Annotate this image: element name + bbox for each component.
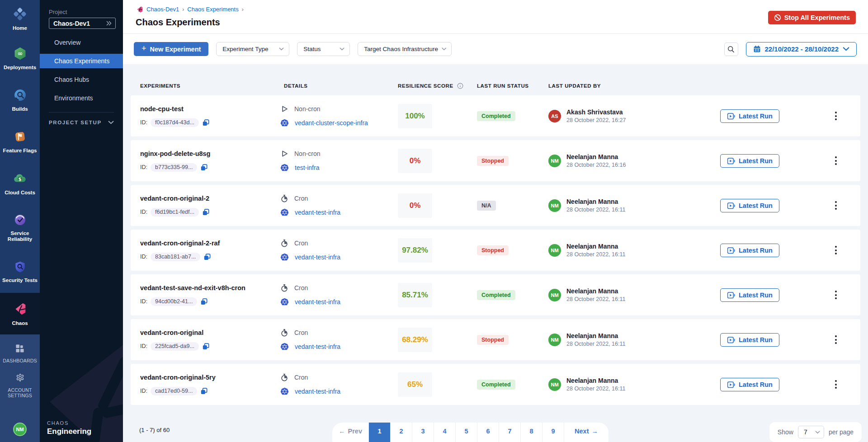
row-menu-button[interactable] bbox=[830, 198, 841, 213]
sidebar-item-chaos[interactable]: Chaos bbox=[0, 293, 40, 334]
non-cron-icon bbox=[280, 150, 288, 158]
user-name: Neelanjan Manna bbox=[566, 153, 626, 160]
copy-icon[interactable] bbox=[202, 343, 210, 350]
copy-icon[interactable] bbox=[200, 164, 208, 171]
project-name: Chaos-Dev1 bbox=[53, 20, 90, 27]
latest-run-button[interactable]: Latest Run bbox=[720, 154, 779, 168]
pagination-next[interactable]: Next→ bbox=[564, 423, 609, 442]
pagination-page-4[interactable]: 4 bbox=[434, 423, 456, 442]
builds-icon bbox=[14, 89, 27, 103]
pagination-page-1[interactable]: 1 bbox=[369, 423, 391, 442]
latest-run-button[interactable]: Latest Run bbox=[720, 109, 779, 123]
project-setup-toggle[interactable]: PROJECT SETUP bbox=[49, 120, 114, 125]
actions-cell: Latest Run bbox=[720, 377, 860, 392]
copy-icon[interactable] bbox=[203, 253, 211, 261]
infrastructure-link[interactable]: vedant-test-infra bbox=[295, 388, 340, 395]
stop-all-experiments-button[interactable]: Stop All Experiments bbox=[768, 11, 856, 24]
latest-run-button[interactable]: Latest Run bbox=[720, 333, 779, 347]
pagination-page-9[interactable]: 9 bbox=[542, 423, 564, 442]
id-label: ID: bbox=[140, 343, 147, 349]
pagination-page-7[interactable]: 7 bbox=[499, 423, 521, 442]
page-size-select[interactable]: 7 bbox=[798, 426, 824, 438]
infrastructure-link[interactable]: test-infra bbox=[295, 164, 319, 171]
row-menu-button[interactable] bbox=[830, 243, 841, 258]
infrastructure-link[interactable]: vedant-test-infra bbox=[295, 343, 340, 350]
infrastructure-link[interactable]: vedant-test-infra bbox=[295, 298, 340, 306]
resilience-score: 100% bbox=[398, 104, 432, 128]
date-range-picker[interactable]: 22/10/2022 - 28/10/2022 bbox=[746, 42, 857, 56]
pagination-page-5[interactable]: 5 bbox=[456, 423, 477, 442]
score-cell: 85.71% bbox=[398, 283, 477, 307]
copy-icon[interactable] bbox=[200, 298, 208, 306]
sidebar-item-security-tests[interactable]: Security Tests bbox=[0, 251, 40, 293]
table-row[interactable]: vedant-cron-original-5ry ID: cad17ed0-59… bbox=[131, 364, 860, 405]
sidebar-item-feature-flags[interactable]: Feature Flags bbox=[0, 121, 40, 163]
table-row[interactable]: vedant-cron-original-2-raf ID: 83cab181-… bbox=[131, 230, 860, 271]
sidebar-item-chaos-hubs[interactable]: Chaos Hubs bbox=[40, 72, 123, 87]
latest-run-button[interactable]: Latest Run bbox=[720, 244, 779, 257]
latest-run-button[interactable]: Latest Run bbox=[720, 378, 779, 391]
experiment-name: vedant-cron-original-2-raf bbox=[140, 240, 280, 247]
row-menu-button[interactable] bbox=[830, 333, 841, 347]
experiment-type-filter[interactable]: Experiment Type bbox=[216, 42, 289, 56]
row-menu-button[interactable] bbox=[830, 377, 841, 392]
row-menu-button[interactable] bbox=[830, 288, 841, 302]
pagination-prev[interactable]: ←Prev bbox=[332, 423, 369, 442]
sidebar-item-environments[interactable]: Environments bbox=[40, 91, 123, 105]
search-button[interactable] bbox=[724, 42, 738, 56]
sidebar-item-overview[interactable]: Overview bbox=[40, 35, 123, 50]
experiment-id: 94cd00b2-41... bbox=[151, 297, 197, 306]
double-chevron-right-icon bbox=[106, 19, 112, 28]
breadcrumb-link-experiments[interactable]: Chaos Experiments bbox=[187, 6, 238, 13]
pagination-page-2[interactable]: 2 bbox=[391, 423, 412, 442]
sidebar-item-builds[interactable]: Builds bbox=[0, 80, 40, 121]
row-menu-button[interactable] bbox=[830, 109, 841, 123]
status-cell: Completed bbox=[477, 290, 548, 300]
row-menu-button[interactable] bbox=[830, 154, 841, 168]
status-cell: N/A bbox=[477, 201, 548, 211]
sidebar-item-home[interactable]: Home bbox=[0, 0, 40, 38]
table-row[interactable]: vedant-cron-original ID: 225fcad5-da9...… bbox=[131, 319, 860, 360]
latest-run-button[interactable]: Latest Run bbox=[720, 288, 779, 302]
resilience-score: 85.71% bbox=[398, 283, 432, 307]
sidebar-item-account-settings[interactable]: ACCOUNT SETTINGS bbox=[5, 373, 34, 399]
table-row[interactable]: vedant-test-save-nd-exit-v8h-cron ID: 94… bbox=[131, 274, 860, 315]
status-filter[interactable]: Status bbox=[297, 42, 350, 56]
user-avatar[interactable]: NM bbox=[13, 423, 27, 436]
sidebar-item-label: Chaos bbox=[10, 320, 29, 326]
sidebar-item-cloud-costs[interactable]: $ Cloud Costs bbox=[0, 163, 40, 204]
status-cell: Stopped bbox=[477, 335, 548, 345]
table-row[interactable]: nginx-pod-delete-u8sg ID: b773c335-99...… bbox=[131, 140, 860, 181]
info-icon[interactable] bbox=[457, 83, 463, 89]
latest-run-button[interactable]: Latest Run bbox=[720, 199, 779, 212]
infrastructure-link[interactable]: vedant-test-infra bbox=[295, 254, 340, 261]
copy-icon[interactable] bbox=[202, 119, 210, 127]
target-infrastructure-filter[interactable]: Target Chaos Infrastructure bbox=[358, 42, 452, 56]
experiment-name: vedant-cron-original-5ry bbox=[140, 374, 280, 381]
new-experiment-button[interactable]: + New Experiment bbox=[134, 42, 208, 56]
latest-run-icon bbox=[727, 291, 735, 299]
sidebar-item-dashboards[interactable]: DASHBOARDS bbox=[3, 343, 37, 364]
copy-icon[interactable] bbox=[200, 387, 208, 395]
breadcrumb-separator: › bbox=[242, 6, 244, 13]
pagination-page-3[interactable]: 3 bbox=[412, 423, 434, 442]
user-name: Neelanjan Manna bbox=[566, 198, 625, 205]
sidebar-item-deployments[interactable]: ∞ Deployments bbox=[0, 38, 40, 80]
sidebar-item-chaos-experiments[interactable]: Chaos Experiments bbox=[40, 54, 123, 68]
pagination-page-8[interactable]: 8 bbox=[521, 423, 542, 442]
page-header: Chaos-Dev1 › Chaos Experiments › Chaos E… bbox=[123, 0, 868, 34]
infrastructure-link[interactable]: vedant-test-infra bbox=[295, 209, 340, 216]
resilience-score: 65% bbox=[398, 372, 432, 397]
table-row[interactable]: node-cpu-test ID: f0c187d4-43d... Non-cr… bbox=[131, 95, 860, 136]
score-cell: 65% bbox=[398, 372, 477, 397]
pagination-page-6[interactable]: 6 bbox=[477, 423, 499, 442]
project-selector[interactable]: Chaos-Dev1 bbox=[49, 18, 116, 29]
breadcrumb-link-project[interactable]: Chaos-Dev1 bbox=[146, 6, 179, 13]
table-row[interactable]: vedant-cron-original-2 ID: f6d19bc1-fedf… bbox=[131, 185, 860, 226]
experiment-id: 83cab181-ab7... bbox=[151, 253, 200, 261]
status-badge: Stopped bbox=[477, 335, 509, 345]
details-cell: Cron vedant-test-infra bbox=[280, 239, 398, 262]
copy-icon[interactable] bbox=[202, 208, 210, 216]
infrastructure-link[interactable]: vedant-cluster-scope-infra bbox=[295, 119, 368, 127]
sidebar-item-service-reliability[interactable]: Service Reliability bbox=[0, 204, 40, 251]
